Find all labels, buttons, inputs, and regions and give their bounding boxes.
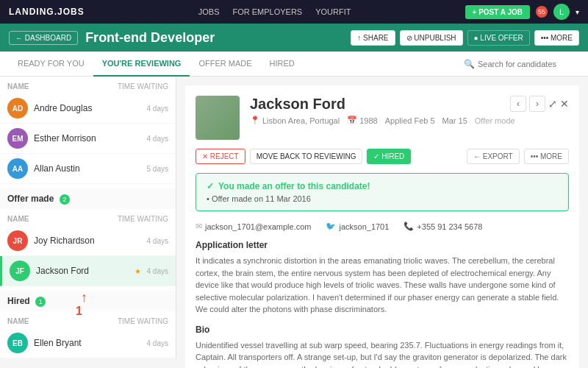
tab-offer-made[interactable]: OFFER MADE bbox=[190, 52, 260, 77]
hired-columns: NAME TIME WAITING bbox=[0, 311, 176, 328]
hired-title: Hired bbox=[7, 296, 30, 306]
avatar: JR bbox=[7, 230, 28, 251]
post-job-button[interactable]: + POST A JOB bbox=[465, 5, 530, 19]
nav-right: + POST A JOB 55 L ▾ bbox=[465, 4, 579, 20]
offer-date: • Offer made on 11 Mar 2016 bbox=[207, 194, 558, 203]
reviewing-header: NAME TIME WAITING bbox=[0, 77, 176, 93]
more-button[interactable]: ••• MORE bbox=[534, 30, 579, 46]
time-waiting: 4 days bbox=[147, 105, 168, 113]
right-panel: ‹ › ⤢ ✕ Jackson Ford 📍 Lisbon Area, Port… bbox=[176, 77, 588, 368]
application-letter-title: Application letter bbox=[196, 240, 569, 250]
nav-jobs[interactable]: JOBS bbox=[198, 7, 220, 16]
time-column-label: TIME WAITING bbox=[118, 82, 168, 91]
time-col: TIME WAITING bbox=[118, 317, 168, 325]
candidate-item-jackson[interactable]: JF Jackson Ford ★ 4 days bbox=[0, 256, 176, 286]
avatar: JF bbox=[10, 261, 30, 281]
tab-hired[interactable]: HIRED bbox=[261, 52, 304, 77]
candidate-item[interactable]: EM Esther Morrison 4 days bbox=[0, 124, 176, 154]
user-avatar[interactable]: L bbox=[553, 4, 570, 20]
unpublish-button[interactable]: ⊘ UNPUBLISH bbox=[400, 30, 463, 46]
candidate-name: Allan Austin bbox=[34, 163, 141, 174]
candidate-item[interactable]: AA Allan Austin 5 days bbox=[0, 154, 176, 184]
export-button[interactable]: ← EXPORT bbox=[467, 149, 520, 164]
application-letter-text: It indicates a synchronic distortion in … bbox=[196, 255, 569, 316]
birth-year: 📅 1988 bbox=[347, 116, 377, 125]
email-contact: ✉ jackson_1701@example.com bbox=[196, 222, 311, 231]
candidate-item[interactable]: AD Andre Douglas 4 days bbox=[0, 93, 176, 124]
tab-ready-for-you[interactable]: READY FOR YOU bbox=[9, 52, 93, 77]
search-icon: 🔍 bbox=[464, 59, 475, 69]
candidate-name: Esther Morrison bbox=[34, 133, 141, 144]
name-column-label: NAME bbox=[7, 82, 29, 91]
search-input[interactable] bbox=[478, 60, 579, 68]
offer-title: ✓ You made an offer to this candidate! bbox=[207, 181, 558, 191]
move-back-button[interactable]: MOVE BACK TO REVIEWING bbox=[250, 149, 363, 164]
phone-contact: 📞 +355 91 234 5678 bbox=[404, 222, 482, 231]
nav-employers[interactable]: FOR EMPLOYERS bbox=[232, 7, 302, 16]
more-actions-button[interactable]: ••• MORE bbox=[524, 149, 569, 164]
nav-links: JOBS FOR EMPLOYERS YOURFIT bbox=[198, 7, 351, 16]
share-button[interactable]: ↑ SHARE bbox=[351, 30, 395, 46]
offer-made-badge: 2 bbox=[60, 194, 70, 205]
dashboard-button[interactable]: ← DASHBOARD bbox=[9, 31, 78, 45]
hired-button[interactable]: ✓ HIRED bbox=[367, 149, 411, 164]
twitter-contact: 🐦 jackson_1701 bbox=[326, 222, 389, 231]
candidate-name: Jackson Ford bbox=[36, 266, 129, 276]
avatar: AD bbox=[7, 98, 28, 118]
time-waiting: 4 days bbox=[147, 267, 168, 275]
candidate-name: Ellen Bryant bbox=[34, 338, 141, 348]
candidate-search: 🔍 bbox=[464, 59, 579, 69]
offer-made-title: Offer made bbox=[7, 194, 54, 204]
hired-badge: 1 bbox=[35, 297, 46, 307]
candidate-full-name: Jackson Ford bbox=[250, 96, 515, 113]
reject-button[interactable]: ✕ REJECT bbox=[196, 149, 245, 164]
sub-navigation: ← DASHBOARD Front-end Developer ↑ SHARE … bbox=[0, 24, 588, 52]
page-title: Front-end Developer bbox=[85, 30, 215, 46]
candidate-item-ellen[interactable]: EB Ellen Bryant 4 days bbox=[0, 328, 176, 358]
application-letter-section: Application letter It indicates a synchr… bbox=[196, 240, 569, 316]
sub-nav-actions: ↑ SHARE ⊘ UNPUBLISH ● LIVE OFFER ••• MOR… bbox=[351, 30, 579, 46]
tab-youre-reviewing[interactable]: YOU'RE REVIEWING bbox=[93, 52, 190, 77]
next-button[interactable]: › bbox=[529, 96, 545, 112]
live-offer-button[interactable]: ● LIVE OFFER bbox=[467, 30, 530, 46]
time-waiting: 4 days bbox=[147, 237, 168, 245]
location-icon: 📍 bbox=[250, 116, 260, 125]
candidate-meta: 📍 Lisbon Area, Portugal 📅 1988 Applied F… bbox=[250, 116, 515, 125]
phone-icon: 📞 bbox=[404, 222, 414, 231]
close-button[interactable]: ✕ bbox=[560, 98, 569, 110]
twitter-icon: 🐦 bbox=[326, 222, 336, 231]
name-col: NAME bbox=[7, 215, 29, 223]
nav-yourfit[interactable]: YOURFIT bbox=[315, 7, 351, 16]
candidate-info: Jackson Ford 📍 Lisbon Area, Portugal 📅 1… bbox=[250, 96, 515, 125]
main-content: NAME TIME WAITING AD Andre Douglas 4 day… bbox=[0, 77, 588, 368]
location: 📍 Lisbon Area, Portugal bbox=[250, 116, 340, 125]
time-waiting: 4 days bbox=[147, 135, 168, 143]
chevron-down-icon: ▾ bbox=[576, 8, 579, 16]
offer-mode: Offer mode bbox=[475, 116, 515, 125]
avatar: EB bbox=[7, 333, 28, 353]
bio-text: Unidentified vessel travelling at sub wa… bbox=[196, 339, 569, 369]
hired-section-header: Hired 1 bbox=[0, 291, 176, 311]
expand-button[interactable]: ⤢ bbox=[548, 98, 557, 110]
site-logo: LANDING.JOBS bbox=[9, 7, 85, 17]
offer-box: ✓ You made an offer to this candidate! •… bbox=[196, 173, 569, 211]
candidate-card: ‹ › ⤢ ✕ Jackson Ford 📍 Lisbon Area, Port… bbox=[185, 85, 579, 368]
email-icon: ✉ bbox=[196, 222, 202, 231]
star-icon: ★ bbox=[135, 267, 141, 275]
left-panel: NAME TIME WAITING AD Andre Douglas 4 day… bbox=[0, 77, 176, 358]
notification-badge[interactable]: 55 bbox=[536, 6, 548, 18]
prev-button[interactable]: ‹ bbox=[510, 96, 526, 112]
time-waiting: 4 days bbox=[147, 339, 168, 347]
offer-made-columns: NAME TIME WAITING bbox=[0, 209, 176, 226]
time-waiting: 5 days bbox=[147, 165, 168, 173]
candidate-name: Joy Richardson bbox=[34, 236, 141, 246]
name-col: NAME bbox=[7, 317, 29, 325]
avatar: AA bbox=[7, 158, 28, 179]
card-actions: ✕ REJECT MOVE BACK TO REVIEWING ✓ HIRED … bbox=[196, 149, 569, 164]
candidate-name: Andre Douglas bbox=[34, 103, 141, 113]
calendar-icon: 📅 bbox=[347, 116, 357, 125]
top-navigation: LANDING.JOBS JOBS FOR EMPLOYERS YOURFIT … bbox=[0, 0, 588, 24]
time-col: TIME WAITING bbox=[118, 215, 168, 223]
candidate-item-joy[interactable]: JR Joy Richardson 4 days bbox=[0, 226, 176, 256]
candidate-photo bbox=[196, 96, 240, 140]
